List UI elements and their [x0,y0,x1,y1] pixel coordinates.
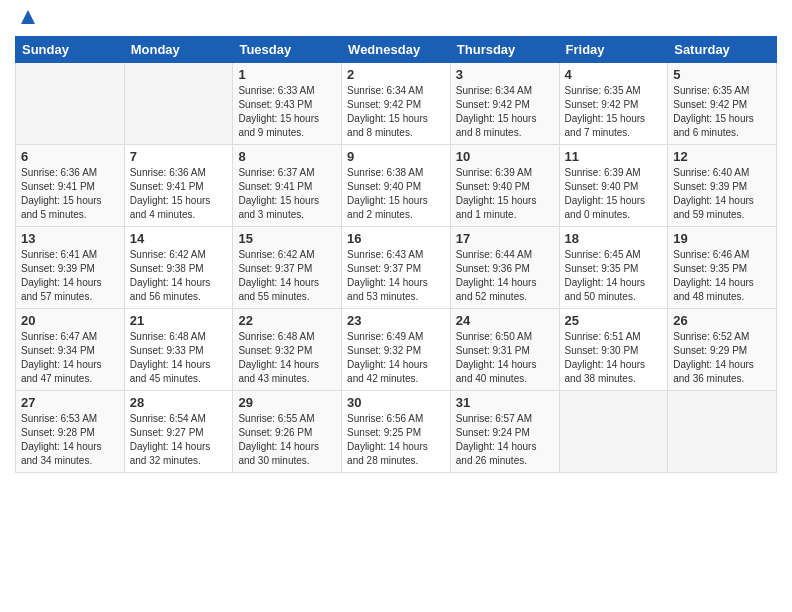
calendar-cell: 27Sunrise: 6:53 AMSunset: 9:28 PMDayligh… [16,391,125,473]
cell-info-line: Daylight: 14 hours and 55 minutes. [238,276,336,304]
day-number: 17 [456,231,554,246]
cell-info-line: Sunrise: 6:43 AM [347,248,445,262]
calendar-cell: 23Sunrise: 6:49 AMSunset: 9:32 PMDayligh… [342,309,451,391]
cell-info-line: Daylight: 14 hours and 48 minutes. [673,276,771,304]
cell-info-line: Sunrise: 6:35 AM [673,84,771,98]
calendar-cell: 24Sunrise: 6:50 AMSunset: 9:31 PMDayligh… [450,309,559,391]
cell-info-line: Daylight: 15 hours and 1 minute. [456,194,554,222]
calendar-cell: 14Sunrise: 6:42 AMSunset: 9:38 PMDayligh… [124,227,233,309]
calendar-cell: 8Sunrise: 6:37 AMSunset: 9:41 PMDaylight… [233,145,342,227]
cell-info-line: Daylight: 14 hours and 57 minutes. [21,276,119,304]
cell-info-line: Daylight: 14 hours and 59 minutes. [673,194,771,222]
calendar-cell: 28Sunrise: 6:54 AMSunset: 9:27 PMDayligh… [124,391,233,473]
calendar-cell: 30Sunrise: 6:56 AMSunset: 9:25 PMDayligh… [342,391,451,473]
day-number: 14 [130,231,228,246]
day-number: 10 [456,149,554,164]
day-number: 20 [21,313,119,328]
cell-info-line: Daylight: 15 hours and 3 minutes. [238,194,336,222]
calendar-day-header: Thursday [450,37,559,63]
cell-info-line: Sunset: 9:42 PM [456,98,554,112]
calendar-cell: 18Sunrise: 6:45 AMSunset: 9:35 PMDayligh… [559,227,668,309]
calendar-week-row: 1Sunrise: 6:33 AMSunset: 9:43 PMDaylight… [16,63,777,145]
header [15,10,777,28]
cell-info-line: Sunset: 9:42 PM [565,98,663,112]
cell-info-line: Daylight: 15 hours and 9 minutes. [238,112,336,140]
cell-info-line: Sunset: 9:41 PM [130,180,228,194]
day-number: 30 [347,395,445,410]
cell-info-line: Sunset: 9:33 PM [130,344,228,358]
cell-info-line: Sunrise: 6:53 AM [21,412,119,426]
cell-info-line: Sunset: 9:39 PM [673,180,771,194]
day-number: 13 [21,231,119,246]
cell-info-line: Sunset: 9:43 PM [238,98,336,112]
cell-info-line: Sunrise: 6:50 AM [456,330,554,344]
day-number: 22 [238,313,336,328]
day-number: 9 [347,149,445,164]
cell-info-line: Sunrise: 6:45 AM [565,248,663,262]
calendar-cell [668,391,777,473]
cell-info-line: Sunset: 9:25 PM [347,426,445,440]
day-number: 28 [130,395,228,410]
cell-info-line: Sunset: 9:35 PM [565,262,663,276]
cell-info-line: Sunrise: 6:49 AM [347,330,445,344]
cell-info-line: Sunrise: 6:41 AM [21,248,119,262]
day-number: 24 [456,313,554,328]
calendar-cell: 5Sunrise: 6:35 AMSunset: 9:42 PMDaylight… [668,63,777,145]
day-number: 18 [565,231,663,246]
cell-info-line: Daylight: 14 hours and 28 minutes. [347,440,445,468]
calendar-day-header: Saturday [668,37,777,63]
calendar-table: SundayMondayTuesdayWednesdayThursdayFrid… [15,36,777,473]
calendar-cell: 19Sunrise: 6:46 AMSunset: 9:35 PMDayligh… [668,227,777,309]
day-number: 12 [673,149,771,164]
calendar-cell: 25Sunrise: 6:51 AMSunset: 9:30 PMDayligh… [559,309,668,391]
day-number: 3 [456,67,554,82]
cell-info-line: Sunrise: 6:56 AM [347,412,445,426]
cell-info-line: Sunrise: 6:39 AM [565,166,663,180]
cell-info-line: Sunrise: 6:51 AM [565,330,663,344]
cell-info-line: Sunrise: 6:35 AM [565,84,663,98]
cell-info-line: Sunrise: 6:48 AM [130,330,228,344]
cell-info-line: Daylight: 14 hours and 45 minutes. [130,358,228,386]
cell-info-line: Sunset: 9:36 PM [456,262,554,276]
cell-info-line: Daylight: 14 hours and 36 minutes. [673,358,771,386]
cell-info-line: Daylight: 15 hours and 8 minutes. [456,112,554,140]
calendar-cell: 26Sunrise: 6:52 AMSunset: 9:29 PMDayligh… [668,309,777,391]
calendar-cell: 2Sunrise: 6:34 AMSunset: 9:42 PMDaylight… [342,63,451,145]
calendar-day-header: Wednesday [342,37,451,63]
cell-info-line: Daylight: 14 hours and 34 minutes. [21,440,119,468]
calendar-cell: 1Sunrise: 6:33 AMSunset: 9:43 PMDaylight… [233,63,342,145]
cell-info-line: Sunset: 9:37 PM [238,262,336,276]
cell-info-line: Sunset: 9:27 PM [130,426,228,440]
calendar-cell: 9Sunrise: 6:38 AMSunset: 9:40 PMDaylight… [342,145,451,227]
cell-info-line: Sunset: 9:40 PM [565,180,663,194]
calendar-cell: 21Sunrise: 6:48 AMSunset: 9:33 PMDayligh… [124,309,233,391]
cell-info-line: Sunset: 9:37 PM [347,262,445,276]
calendar-cell: 13Sunrise: 6:41 AMSunset: 9:39 PMDayligh… [16,227,125,309]
cell-info-line: Sunset: 9:38 PM [130,262,228,276]
cell-info-line: Sunrise: 6:38 AM [347,166,445,180]
calendar-header-row: SundayMondayTuesdayWednesdayThursdayFrid… [16,37,777,63]
cell-info-line: Sunset: 9:32 PM [347,344,445,358]
calendar-cell: 4Sunrise: 6:35 AMSunset: 9:42 PMDaylight… [559,63,668,145]
cell-info-line: Sunrise: 6:46 AM [673,248,771,262]
cell-info-line: Daylight: 14 hours and 42 minutes. [347,358,445,386]
calendar-cell: 11Sunrise: 6:39 AMSunset: 9:40 PMDayligh… [559,145,668,227]
logo-icon [17,6,39,28]
calendar-day-header: Sunday [16,37,125,63]
cell-info-line: Daylight: 14 hours and 50 minutes. [565,276,663,304]
cell-info-line: Sunset: 9:41 PM [21,180,119,194]
cell-info-line: Daylight: 14 hours and 47 minutes. [21,358,119,386]
day-number: 15 [238,231,336,246]
day-number: 29 [238,395,336,410]
day-number: 2 [347,67,445,82]
calendar-cell: 22Sunrise: 6:48 AMSunset: 9:32 PMDayligh… [233,309,342,391]
calendar-day-header: Tuesday [233,37,342,63]
day-number: 5 [673,67,771,82]
cell-info-line: Sunrise: 6:39 AM [456,166,554,180]
cell-info-line: Daylight: 15 hours and 6 minutes. [673,112,771,140]
cell-info-line: Daylight: 15 hours and 8 minutes. [347,112,445,140]
cell-info-line: Sunset: 9:29 PM [673,344,771,358]
day-number: 11 [565,149,663,164]
cell-info-line: Daylight: 14 hours and 26 minutes. [456,440,554,468]
cell-info-line: Daylight: 14 hours and 32 minutes. [130,440,228,468]
